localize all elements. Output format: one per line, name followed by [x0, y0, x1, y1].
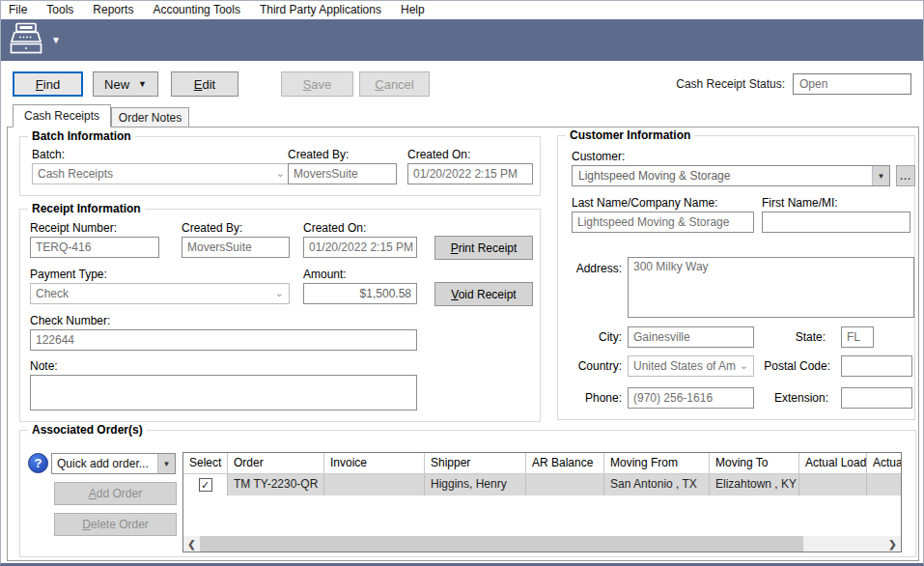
amount-field[interactable]: $1,500.58	[303, 283, 417, 304]
tab-cash-receipts[interactable]: Cash Receipts	[13, 104, 111, 127]
new-button[interactable]: New ▼	[93, 71, 158, 97]
column-header-moving-to[interactable]: Moving To	[710, 453, 799, 474]
menu-help[interactable]: Help	[391, 1, 434, 19]
check-number-field[interactable]: 122644	[30, 329, 417, 351]
column-header-order[interactable]: Order	[228, 453, 324, 474]
check-number-label: Check Number:	[30, 314, 110, 327]
find-button-label: F	[36, 77, 43, 92]
toolbar: ▼	[1, 19, 923, 61]
cash-receipt-status-label: Cash Receipt Status:	[638, 77, 785, 91]
column-header-shipper[interactable]: Shipper	[425, 453, 526, 474]
help-icon[interactable]: ?	[28, 453, 48, 473]
associated-orders-group: Associated Order(s) ? Quick add order...…	[19, 430, 916, 557]
scroll-right-icon[interactable]: ❯	[884, 536, 901, 552]
batch-created-by-label: Created By:	[288, 148, 349, 161]
new-button-label: New	[104, 77, 129, 92]
phone-label: Phone:	[566, 391, 622, 405]
scroll-left-icon[interactable]: ❮	[183, 536, 200, 552]
state-label: State:	[748, 330, 826, 344]
invoice-cell	[324, 474, 425, 495]
customer-information-group: Customer Information Customer: Lightspee…	[557, 135, 915, 420]
column-header-moving-from[interactable]: Moving From	[604, 453, 710, 474]
note-field[interactable]	[30, 375, 417, 410]
postal-code-label: Postal Code:	[743, 359, 830, 373]
batch-information-title: Batch Information	[28, 129, 135, 143]
cancel-button[interactable]: Cancel	[359, 71, 430, 97]
receipt-created-by-field[interactable]: MoversSuite	[182, 237, 290, 258]
actual-other-cell	[867, 474, 902, 495]
country-value: United States of Am	[633, 359, 740, 373]
tab-order-notes[interactable]: Order Notes	[111, 107, 189, 127]
payment-type-combobox[interactable]: Check ⌄	[30, 283, 290, 304]
edit-button[interactable]: Edit	[171, 71, 238, 97]
menu-reports[interactable]: Reports	[83, 1, 143, 19]
receipt-created-on-label: Created On:	[303, 221, 366, 235]
ar-balance-cell	[526, 474, 604, 495]
customer-value: Lightspeed Moving & Storage	[578, 169, 872, 183]
last-name-field[interactable]: Lightspeed Moving & Storage	[572, 212, 754, 233]
print-receipt-button[interactable]: Print Receipt	[434, 236, 533, 260]
postal-code-field[interactable]	[841, 355, 912, 377]
shipper-cell: Higgins, Henry	[425, 474, 526, 495]
customer-label: Customer:	[572, 150, 625, 163]
batch-information-group: Batch Information Batch: Cash Receipts ⌄…	[19, 136, 541, 196]
receipt-created-by-label: Created By:	[182, 221, 242, 235]
column-header-invoice[interactable]: Invoice	[324, 453, 425, 474]
batch-created-by-field[interactable]: MoversSuite	[288, 163, 397, 184]
receipt-number-field[interactable]: TERQ-416	[30, 237, 159, 258]
add-order-button[interactable]: Add Order	[54, 482, 177, 505]
menu-file[interactable]: File	[1, 1, 37, 19]
quick-add-order-dropdown-icon[interactable]: ▼	[157, 454, 175, 473]
amount-label: Amount:	[303, 268, 347, 281]
customer-combobox[interactable]: Lightspeed Moving & Storage ▼	[572, 165, 890, 186]
order-cell: TM TY-2230-QR	[228, 474, 324, 495]
receipt-number-label: Receipt Number:	[30, 221, 117, 235]
address-field[interactable]: 300 Milky Way	[628, 257, 914, 318]
toolbar-dropdown-caret-icon[interactable]: ▼	[51, 35, 61, 45]
column-header-actual-load[interactable]: Actual Load	[799, 453, 867, 474]
state-field[interactable]: FL	[841, 326, 874, 348]
extension-field[interactable]	[841, 387, 912, 409]
batch-label: Batch:	[32, 148, 65, 161]
address-label: Address:	[566, 262, 622, 275]
batch-created-on-label: Created On:	[407, 148, 470, 161]
void-receipt-button[interactable]: Void Receipt	[434, 282, 533, 306]
column-header-select[interactable]: Select	[183, 453, 228, 474]
menu-third-party-applications[interactable]: Third Party Applications	[250, 1, 391, 19]
new-dropdown-caret-icon[interactable]: ▼	[138, 79, 147, 89]
order-row[interactable]: ✓ TM TY-2230-QR Higgins, Henry San Anton…	[183, 474, 902, 495]
phone-field[interactable]: (970) 256-1616	[628, 387, 754, 409]
column-header-ar-balance[interactable]: AR Balance	[526, 453, 604, 474]
city-field[interactable]: Gainesville	[628, 326, 754, 348]
quick-add-order-value: Quick add order...	[57, 457, 157, 470]
row-checkbox-checked[interactable]: ✓	[199, 478, 212, 492]
associated-orders-title: Associated Order(s)	[28, 423, 147, 437]
cash-register-toolbar-button[interactable]: ▼	[9, 22, 61, 58]
note-label: Note:	[30, 359, 58, 373]
payment-type-dropdown-icon[interactable]: ⌄	[275, 287, 289, 301]
find-button[interactable]: Find	[13, 71, 83, 97]
column-header-actual[interactable]: Actua	[867, 453, 902, 474]
customer-dropdown-icon[interactable]: ▼	[872, 166, 889, 185]
actual-load-cell	[799, 474, 867, 495]
customer-browse-button[interactable]: ...	[896, 165, 915, 186]
receipt-created-on-field[interactable]: 01/20/2022 2:15 PM	[303, 237, 417, 258]
scrollbar-thumb[interactable]	[200, 536, 803, 552]
country-combobox[interactable]: United States of Am ⌄	[628, 355, 754, 377]
save-button[interactable]: Save	[281, 71, 353, 97]
quick-add-order-combobox[interactable]: Quick add order... ▼	[51, 453, 176, 474]
grid-horizontal-scrollbar[interactable]: ❮ ❯	[183, 536, 901, 552]
delete-order-button[interactable]: Delete Order	[54, 513, 177, 536]
scrollbar-track[interactable]	[200, 536, 884, 552]
city-label: City:	[566, 330, 622, 344]
menu-tools[interactable]: Tools	[37, 1, 83, 19]
menu-accounting-tools[interactable]: Accounting Tools	[143, 1, 250, 19]
orders-grid: Select Order Invoice Shipper AR Balance …	[182, 452, 902, 552]
extension-label: Extension:	[742, 391, 828, 405]
batch-created-on-field[interactable]: 01/20/2022 2:15 PM	[407, 163, 533, 184]
receipt-information-title: Receipt Information	[28, 202, 145, 215]
batch-combobox[interactable]: Cash Receipts ⌄	[32, 163, 291, 184]
first-name-field[interactable]	[762, 212, 910, 233]
menu-bar: File Tools Reports Accounting Tools Thir…	[1, 1, 923, 19]
cash-receipt-status-field: Open	[793, 73, 911, 95]
